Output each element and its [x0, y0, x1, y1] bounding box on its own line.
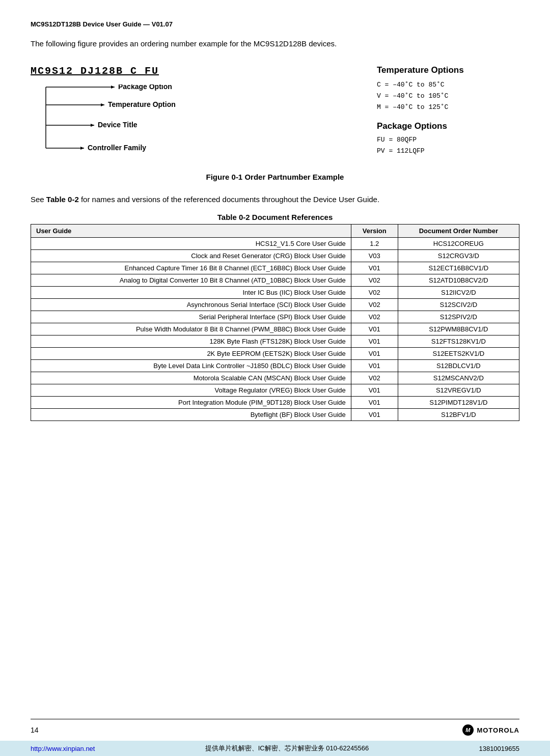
svg-text:Temperature Option: Temperature Option [108, 100, 176, 108]
col-order-number: Document Order Number [398, 225, 519, 238]
table-row: Voltage Regulator (VREG) Block User Guid… [31, 384, 519, 397]
table-row: 128K Byte Flash (FTS128K) Block User Gui… [31, 335, 519, 348]
cell-version: V01 [351, 348, 398, 360]
pkg-option-fu: FU = 80QFP [377, 134, 519, 146]
cell-version: V03 [351, 250, 398, 262]
table-row: Pulse Width Modulator 8 Bit 8 Channel (P… [31, 323, 519, 335]
motorola-label: MOTOROLA [477, 726, 519, 734]
svg-text:Device Title: Device Title [98, 121, 138, 129]
cell-order: S12PWM8B8CV1/D [398, 323, 519, 335]
col-user-guide: User Guide [31, 225, 351, 238]
table-row: Asynchronous Serial Interface (SCI) Bloc… [31, 299, 519, 311]
cell-version: V02 [351, 287, 398, 299]
cell-order: S12MSCANV2/D [398, 372, 519, 384]
figure-container: MC9S12 DJ128B C FU [31, 65, 519, 167]
right-figure: Temperature Options C = –40˚C to 85˚C V … [377, 65, 519, 157]
cell-order: HCS12COREUG [398, 238, 519, 250]
cell-version: V01 [351, 409, 398, 421]
table-row: Byte Level Data Link Controller ~J1850 (… [31, 360, 519, 372]
table-header-row: User Guide Version Document Order Number [31, 225, 519, 238]
figure-caption: Figure 0-1 Order Partnumber Example [31, 173, 519, 181]
diagram-svg: Package Option Temperature Option Device… [36, 85, 356, 167]
cell-version: 1.2 [351, 238, 398, 250]
ref-suffix: for names and versions of the referenced… [79, 195, 379, 204]
footer-phone: 13810019655 [479, 745, 519, 752]
cell-order: S12FTS128KV1/D [398, 335, 519, 348]
cell-guide: Voltage Regulator (VREG) Block User Guid… [31, 384, 351, 397]
cell-order: S12SPIV2/D [398, 311, 519, 323]
cell-guide: 128K Byte Flash (FTS128K) Block User Gui… [31, 335, 351, 348]
temp-option-v: V = –40˚C to 105˚C [377, 91, 519, 102]
table-row: Port Integration Module (PIM_9DT128) Blo… [31, 397, 519, 409]
cell-version: V02 [351, 311, 398, 323]
cell-order: S12ECT16B8CV1/D [398, 262, 519, 274]
cell-guide: Analog to Digital Converter 10 Bit 8 Cha… [31, 274, 351, 287]
part-number: MC9S12 DJ128B C FU [31, 65, 356, 77]
cell-order: S12PIMDT128V1/D [398, 397, 519, 409]
cell-order: S12BFV1/D [398, 409, 519, 421]
cell-order: S12IICV2/D [398, 287, 519, 299]
pkg-option-pv: PV = 112LQFP [377, 146, 519, 157]
footer-url[interactable]: http://www.xinpian.net [31, 745, 95, 752]
table-row: HCS12_V1.5 Core User Guide1.2HCS12COREUG [31, 238, 519, 250]
left-figure: MC9S12 DJ128B C FU [31, 65, 356, 167]
col-version: Version [351, 225, 398, 238]
cell-guide: Byteflight (BF) Block User Guide [31, 409, 351, 421]
cell-order: S12CRGV3/D [398, 250, 519, 262]
table-row: Byteflight (BF) Block User GuideV01S12BF… [31, 409, 519, 421]
pkg-options-values: FU = 80QFP PV = 112LQFP [377, 134, 519, 157]
cell-version: V02 [351, 299, 398, 311]
document-header: MC9S12DT128B Device User Guide — V01.07 [31, 20, 519, 28]
document-references-table: User Guide Version Document Order Number… [31, 224, 519, 421]
cell-version: V01 [351, 335, 398, 348]
ref-prefix: See [31, 195, 46, 204]
temp-options-values: C = –40˚C to 85˚C V = –40˚C to 105˚C M =… [377, 79, 519, 113]
cell-guide: Enhanced Capture Timer 16 Bit 8 Channel … [31, 262, 351, 274]
motorola-logo: M MOTOROLA [462, 724, 519, 736]
intro-paragraph: The following figure provides an orderin… [31, 38, 519, 50]
table-row: Serial Peripheral Interface (SPI) Block … [31, 311, 519, 323]
cell-guide: Port Integration Module (PIM_9DT128) Blo… [31, 397, 351, 409]
footer-bottom: 14 M MOTOROLA [0, 719, 550, 741]
svg-text:Package Option: Package Option [118, 85, 172, 91]
cell-order: S12VREGV1/D [398, 384, 519, 397]
cell-guide: Serial Peripheral Interface (SPI) Block … [31, 311, 351, 323]
cell-order: S12EETS2KV1/D [398, 348, 519, 360]
cell-guide: Motorola Scalable CAN (MSCAN) Block User… [31, 372, 351, 384]
motorola-m-icon: M [462, 724, 474, 736]
cell-guide: Pulse Width Modulator 8 Bit 8 Channel (P… [31, 323, 351, 335]
ref-bold: Table 0-2 [46, 195, 79, 204]
temp-option-m: M = –40˚C to 125˚C [377, 102, 519, 113]
table-row: Inter IC Bus (IIC) Block User GuideV02S1… [31, 287, 519, 299]
temp-options-title: Temperature Options [377, 65, 519, 75]
table-title: Table 0-2 Document References [31, 213, 519, 221]
pkg-options-title: Package Options [377, 121, 519, 131]
page-number: 14 [31, 726, 39, 734]
cell-guide: Asynchronous Serial Interface (SCI) Bloc… [31, 299, 351, 311]
footer-ad-text: 提供单片机解密、IC解密、芯片解密业务 010-62245566 [205, 744, 369, 753]
table-row: Motorola Scalable CAN (MSCAN) Block User… [31, 372, 519, 384]
cell-guide: Inter IC Bus (IIC) Block User Guide [31, 287, 351, 299]
svg-marker-12 [91, 124, 94, 127]
reference-paragraph: See Table 0-2 for names and versions of … [31, 194, 519, 206]
cell-version: V02 [351, 372, 398, 384]
cell-guide: Clock and Reset Generator (CRG) Block Us… [31, 250, 351, 262]
svg-marker-6 [111, 86, 115, 89]
cell-version: V01 [351, 384, 398, 397]
cell-order: S12ATD10B8CV2/D [398, 274, 519, 287]
table-row: Clock and Reset Generator (CRG) Block Us… [31, 250, 519, 262]
table-row: 2K Byte EEPROM (EETS2K) Block User Guide… [31, 348, 519, 360]
cell-version: V01 [351, 397, 398, 409]
cell-guide: HCS12_V1.5 Core User Guide [31, 238, 351, 250]
svg-text:Controller Family: Controller Family [88, 144, 146, 152]
cell-order: S12BDLCV1/D [398, 360, 519, 372]
footer-ad-bar: http://www.xinpian.net 提供单片机解密、IC解密、芯片解密… [0, 741, 550, 756]
cell-order: S12SCIV2/D [398, 299, 519, 311]
cell-version: V01 [351, 323, 398, 335]
table-row: Enhanced Capture Timer 16 Bit 8 Channel … [31, 262, 519, 274]
page-footer: 14 M MOTOROLA http://www.xinpian.net 提供单… [0, 719, 550, 756]
table-row: Analog to Digital Converter 10 Bit 8 Cha… [31, 274, 519, 287]
bracket-diagram-svg: Package Option Temperature Option Device… [36, 85, 239, 166]
cell-guide: 2K Byte EEPROM (EETS2K) Block User Guide [31, 348, 351, 360]
temp-option-c: C = –40˚C to 85˚C [377, 79, 519, 91]
